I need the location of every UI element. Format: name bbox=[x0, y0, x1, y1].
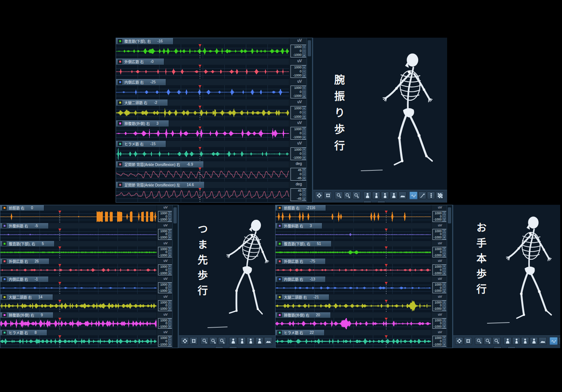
figure-back-button[interactable] bbox=[530, 337, 538, 345]
scale-minus-button[interactable]: − bbox=[302, 193, 306, 196]
scale-plus-button[interactable]: + bbox=[168, 283, 172, 286]
scale-minus-button[interactable]: − bbox=[442, 304, 446, 307]
figure-turn-button[interactable] bbox=[381, 192, 389, 199]
channel-checkbox[interactable] bbox=[2, 206, 7, 210]
waveform-canvas[interactable] bbox=[0, 335, 157, 347]
scale-auto-button[interactable]: ≡ bbox=[442, 218, 446, 222]
scale-plus-button[interactable]: + bbox=[168, 229, 172, 233]
vertical-scrollbar[interactable] bbox=[447, 205, 452, 348]
scale-plus-button[interactable]: + bbox=[302, 45, 306, 49]
figure-front-button[interactable] bbox=[229, 337, 237, 345]
pan-cross-button[interactable] bbox=[315, 192, 323, 199]
scrollbar-thumb[interactable] bbox=[173, 207, 177, 223]
zoom-in-button[interactable] bbox=[209, 337, 217, 345]
waveform-canvas[interactable] bbox=[116, 147, 289, 161]
zoom-out-button[interactable] bbox=[201, 337, 209, 345]
channel-label-tab[interactable]: 腓腹筋(外側) 右 9 bbox=[0, 312, 53, 318]
scale-minus-button[interactable]: − bbox=[302, 49, 306, 53]
scale-plus-button[interactable]: + bbox=[442, 318, 446, 322]
channel-label-tab[interactable]: 前脛筋 右 0 bbox=[0, 205, 44, 211]
waveform-canvas[interactable] bbox=[116, 44, 289, 58]
waveform-canvas[interactable] bbox=[0, 211, 157, 223]
curve-button[interactable] bbox=[558, 337, 560, 345]
scale-minus-button[interactable]: − bbox=[168, 286, 172, 289]
scale-minus-button[interactable]: − bbox=[302, 90, 306, 94]
channel-label-tab[interactable]: ヒラメ筋 右 -15 bbox=[116, 141, 166, 147]
scale-plus-button[interactable]: + bbox=[442, 211, 446, 215]
scale-plus-button[interactable]: + bbox=[442, 301, 446, 304]
channel-checkbox[interactable] bbox=[277, 295, 282, 299]
figure-back-button[interactable] bbox=[255, 337, 263, 345]
scale-auto-button[interactable]: ≡ bbox=[168, 218, 172, 222]
channel-checkbox[interactable] bbox=[118, 60, 122, 64]
channel-checkbox[interactable] bbox=[118, 182, 122, 187]
scale-plus-button[interactable]: + bbox=[302, 106, 306, 110]
scale-auto-button[interactable]: ≡ bbox=[442, 272, 446, 275]
channel-checkbox[interactable] bbox=[118, 142, 122, 146]
waveform-canvas[interactable] bbox=[276, 229, 431, 241]
channel-label-tab[interactable]: 腓腹筋(外側) 右 20 bbox=[276, 312, 331, 318]
wave-trace-button[interactable] bbox=[550, 337, 558, 345]
skeleton-3d-view[interactable] bbox=[371, 49, 447, 177]
waveform-canvas[interactable] bbox=[276, 264, 431, 276]
channel-checkbox[interactable] bbox=[2, 241, 7, 246]
wave-trace-button[interactable] bbox=[409, 192, 417, 199]
scale-minus-button[interactable]: − bbox=[302, 131, 306, 135]
scale-minus-button[interactable]: − bbox=[168, 304, 172, 307]
terrain-button[interactable] bbox=[539, 337, 547, 345]
scale-plus-button[interactable]: + bbox=[168, 211, 172, 215]
channel-label-tab[interactable]: 外側広筋 右 -75 bbox=[276, 259, 326, 264]
scale-plus-button[interactable]: + bbox=[442, 265, 446, 268]
figure-front-button[interactable] bbox=[503, 337, 512, 345]
channel-label-tab[interactable]: 大腿二頭筋 右 -2 bbox=[116, 99, 168, 106]
scale-minus-button[interactable]: − bbox=[442, 215, 446, 218]
channel-checkbox[interactable] bbox=[277, 223, 282, 228]
channel-checkbox[interactable] bbox=[118, 101, 122, 105]
screen-button[interactable] bbox=[507, 346, 516, 348]
figure-front-button[interactable] bbox=[363, 192, 371, 199]
channel-checkbox[interactable] bbox=[118, 121, 122, 125]
channel-label-tab[interactable]: 内側広筋 右 -1 bbox=[0, 276, 49, 282]
scale-auto-button[interactable]: ≡ bbox=[442, 343, 446, 346]
waveform-canvas[interactable] bbox=[276, 246, 431, 259]
channel-checkbox[interactable] bbox=[277, 313, 282, 317]
scale-minus-button[interactable]: − bbox=[168, 250, 172, 254]
waveform-canvas[interactable] bbox=[116, 127, 289, 140]
scale-minus-button[interactable]: − bbox=[442, 233, 446, 236]
channel-checkbox[interactable] bbox=[277, 331, 282, 335]
zoom-out-button[interactable] bbox=[335, 192, 343, 199]
scale-plus-button[interactable]: + bbox=[302, 127, 306, 131]
channel-label-tab[interactable]: 腓腹筋(外側) 右 3 bbox=[116, 120, 169, 127]
scale-plus-button[interactable]: + bbox=[168, 247, 172, 250]
waveform-canvas[interactable] bbox=[0, 300, 157, 312]
channel-label-tab[interactable]: 大腿二頭筋 右 -21 bbox=[276, 294, 329, 300]
skeleton-3d-view[interactable] bbox=[209, 212, 275, 329]
figure-side-button[interactable] bbox=[372, 192, 380, 199]
zoom-out-button[interactable] bbox=[475, 337, 483, 345]
channel-checkbox[interactable] bbox=[2, 259, 7, 264]
scale-plus-button[interactable]: + bbox=[442, 229, 446, 233]
scale-minus-button[interactable]: − bbox=[168, 340, 172, 343]
waveform-canvas[interactable] bbox=[116, 85, 289, 99]
scale-auto-button[interactable]: ≡ bbox=[302, 94, 306, 98]
channel-label-tab[interactable]: 内側広筋 右 -25 bbox=[116, 79, 166, 85]
scale-auto-button[interactable]: ≡ bbox=[168, 343, 172, 346]
scale-plus-button[interactable]: + bbox=[302, 189, 306, 192]
channel-checkbox[interactable] bbox=[2, 223, 7, 228]
scale-auto-button[interactable]: ≡ bbox=[442, 254, 446, 257]
scale-plus-button[interactable]: + bbox=[442, 336, 446, 339]
pan-diagonal-button[interactable] bbox=[464, 337, 472, 345]
scale-plus-button[interactable]: + bbox=[168, 318, 172, 322]
waveform-canvas[interactable] bbox=[0, 229, 157, 241]
scale-minus-button[interactable]: − bbox=[168, 322, 172, 325]
scale-minus-button[interactable]: − bbox=[168, 233, 172, 236]
zoom-in-button[interactable] bbox=[344, 192, 352, 199]
scale-auto-button[interactable]: ≡ bbox=[168, 236, 172, 239]
waveform-canvas[interactable] bbox=[116, 106, 289, 120]
scale-plus-button[interactable]: + bbox=[302, 65, 306, 69]
scale-plus-button[interactable]: + bbox=[302, 168, 306, 172]
channel-label-tab[interactable]: 腹直筋(下部), 右 51 bbox=[276, 241, 331, 246]
channel-label-tab[interactable]: ヒラメ筋 右 8 bbox=[0, 330, 47, 335]
zoom-in-button[interactable] bbox=[484, 337, 492, 345]
waveform-canvas[interactable] bbox=[276, 335, 431, 347]
